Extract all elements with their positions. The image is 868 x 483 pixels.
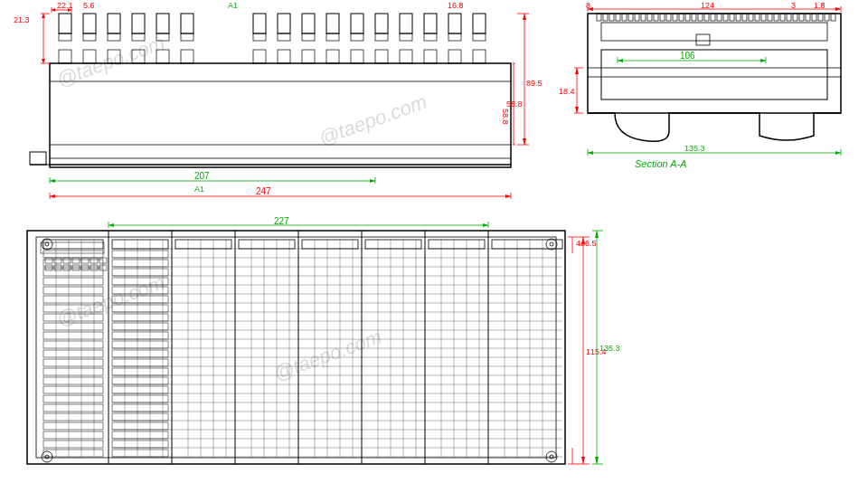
svg-rect-221 xyxy=(112,269,168,276)
svg-rect-14 xyxy=(132,33,145,41)
svg-rect-9 xyxy=(83,50,96,63)
svg-rect-27 xyxy=(278,50,290,63)
svg-rect-132 xyxy=(806,14,810,21)
svg-rect-44 xyxy=(424,33,437,41)
svg-rect-94 xyxy=(588,14,841,113)
svg-rect-107 xyxy=(647,14,652,21)
svg-marker-66 xyxy=(42,59,45,63)
svg-text:124: 124 xyxy=(701,1,714,10)
svg-rect-177 xyxy=(54,258,61,263)
svg-text:8: 8 xyxy=(586,1,590,10)
svg-rect-34 xyxy=(351,14,363,33)
svg-rect-225 xyxy=(112,305,168,312)
svg-marker-92 xyxy=(505,194,511,198)
svg-rect-35 xyxy=(351,33,363,41)
svg-rect-30 xyxy=(302,50,315,63)
svg-marker-91 xyxy=(50,194,55,198)
svg-marker-157 xyxy=(575,107,579,113)
svg-rect-128 xyxy=(780,14,785,21)
svg-point-304 xyxy=(546,239,557,250)
svg-text:16.8: 16.8 xyxy=(448,1,464,10)
svg-rect-117 xyxy=(711,14,715,21)
svg-marker-156 xyxy=(575,68,579,74)
svg-text:227: 227 xyxy=(274,216,289,226)
svg-marker-311 xyxy=(108,223,114,227)
svg-rect-261 xyxy=(365,240,421,249)
drawing-container: @taepo.com @taepo.com @taepo.com @taepo.… xyxy=(0,0,868,483)
svg-rect-224 xyxy=(112,296,168,303)
technical-drawing: 22.1 21.3 5.6 A1 16.8 89.5 58.8 58.8 xyxy=(0,0,868,483)
svg-marker-163 xyxy=(835,151,841,155)
svg-rect-18 xyxy=(156,50,169,63)
svg-rect-19 xyxy=(181,14,193,33)
svg-marker-85 xyxy=(370,179,375,183)
svg-marker-58 xyxy=(52,8,55,12)
svg-rect-29 xyxy=(302,33,315,41)
svg-text:58.8: 58.8 xyxy=(501,109,510,125)
svg-rect-119 xyxy=(723,14,728,21)
svg-rect-183 xyxy=(45,265,52,270)
svg-rect-238 xyxy=(112,422,168,430)
svg-rect-25 xyxy=(278,14,290,33)
svg-rect-135 xyxy=(825,14,829,21)
svg-marker-74 xyxy=(523,138,526,145)
svg-rect-12 xyxy=(108,50,120,63)
svg-rect-95 xyxy=(601,23,827,41)
svg-rect-40 xyxy=(400,14,412,33)
svg-rect-13 xyxy=(132,14,145,33)
svg-rect-236 xyxy=(112,404,168,412)
svg-marker-142 xyxy=(760,59,766,62)
svg-rect-109 xyxy=(660,14,665,21)
svg-marker-329 xyxy=(595,457,599,464)
svg-text:207: 207 xyxy=(194,171,210,181)
svg-text:21.3: 21.3 xyxy=(14,15,30,24)
svg-rect-127 xyxy=(774,14,778,21)
svg-rect-175 xyxy=(41,242,104,253)
svg-rect-28 xyxy=(302,14,315,33)
svg-rect-116 xyxy=(704,14,709,21)
svg-text:3: 3 xyxy=(791,1,796,10)
svg-rect-23 xyxy=(253,33,266,41)
svg-rect-31 xyxy=(326,14,339,33)
svg-rect-240 xyxy=(112,440,168,448)
svg-rect-20 xyxy=(181,33,193,41)
svg-rect-126 xyxy=(768,14,772,21)
svg-rect-136 xyxy=(831,14,835,21)
svg-rect-223 xyxy=(112,287,168,294)
svg-rect-39 xyxy=(375,50,388,63)
svg-text:4⌀6.5: 4⌀6.5 xyxy=(576,239,597,248)
svg-rect-4 xyxy=(59,14,71,33)
svg-rect-218 xyxy=(112,240,168,249)
svg-rect-96 xyxy=(601,50,827,99)
svg-text:89.5: 89.5 xyxy=(526,79,542,88)
svg-text:135.3: 135.3 xyxy=(684,144,705,153)
svg-text:247: 247 xyxy=(256,186,271,196)
svg-rect-43 xyxy=(424,14,437,33)
svg-rect-187 xyxy=(81,265,89,270)
svg-rect-49 xyxy=(473,14,486,33)
svg-rect-48 xyxy=(448,50,461,63)
svg-rect-15 xyxy=(132,50,145,63)
svg-marker-312 xyxy=(483,223,488,227)
svg-rect-8 xyxy=(83,33,96,41)
svg-marker-162 xyxy=(588,151,593,155)
svg-rect-7 xyxy=(83,14,96,33)
svg-rect-256 xyxy=(302,240,358,249)
svg-marker-323 xyxy=(581,457,585,464)
svg-rect-0 xyxy=(50,63,511,167)
svg-rect-52 xyxy=(30,152,46,165)
svg-rect-123 xyxy=(749,14,753,21)
svg-rect-102 xyxy=(616,14,620,21)
svg-rect-16 xyxy=(156,14,169,33)
svg-rect-232 xyxy=(112,368,168,375)
svg-rect-113 xyxy=(685,14,690,21)
svg-point-305 xyxy=(550,242,553,246)
svg-text:135.3: 135.3 xyxy=(599,344,620,353)
svg-rect-234 xyxy=(112,386,168,393)
svg-marker-141 xyxy=(618,59,623,62)
svg-rect-228 xyxy=(112,332,168,339)
svg-rect-226 xyxy=(112,314,168,321)
svg-rect-120 xyxy=(730,14,734,21)
svg-text:A1: A1 xyxy=(228,1,238,10)
svg-rect-112 xyxy=(679,14,684,21)
